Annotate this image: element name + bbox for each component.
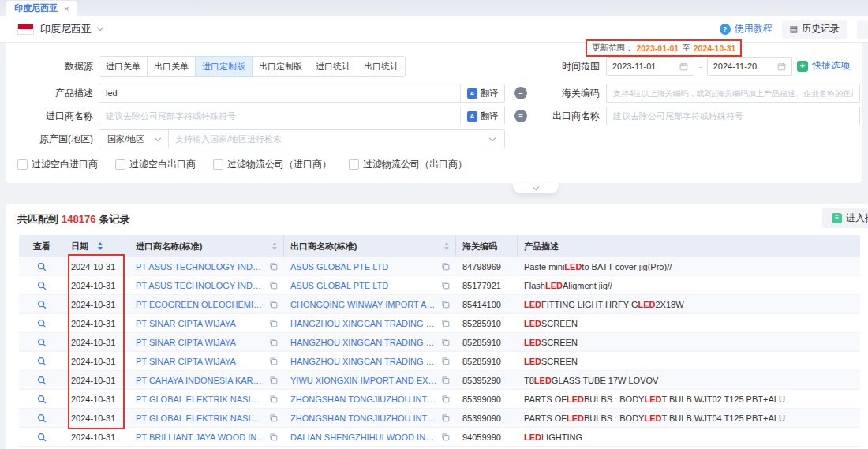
header-actions: ? 使用教程 ▤ 历史记录 ★ xyxy=(720,20,868,39)
importer-link[interactable]: PT ASUS TECHNOLOGY INDONESIA BA... xyxy=(136,281,266,290)
exporter-input[interactable] xyxy=(606,107,860,125)
translate-button[interactable]: A 翻译 xyxy=(460,84,504,102)
datasource-tab[interactable]: 进口定制版 xyxy=(195,56,253,77)
copy-icon[interactable] xyxy=(441,376,450,384)
datasource-tab[interactable]: 出口定制版 xyxy=(252,56,309,77)
view-icon[interactable] xyxy=(37,432,47,442)
sort-icon[interactable] xyxy=(444,242,449,250)
exporter-link[interactable]: DALIAN SHENGZHIHUI WOOD INDUST... xyxy=(290,432,438,442)
checkbox-icon[interactable] xyxy=(17,159,28,170)
copy-icon[interactable] xyxy=(441,300,450,309)
checkbox-icon[interactable] xyxy=(115,159,125,170)
copy-icon[interactable] xyxy=(441,432,450,441)
view-icon[interactable] xyxy=(37,413,47,423)
copy-icon[interactable] xyxy=(441,338,450,346)
origin-country-select[interactable]: 国家/地区 xyxy=(99,130,169,148)
chevron-down-icon[interactable] xyxy=(97,24,103,31)
sort-icon[interactable] xyxy=(272,242,277,250)
copy-icon[interactable] xyxy=(269,432,278,441)
checkbox-icon[interactable] xyxy=(349,159,359,170)
datasource-tab[interactable]: 进口关单 xyxy=(99,56,148,77)
exporter-link[interactable]: HANGZHOU XINGCAN TRADING CO LTD xyxy=(290,319,438,328)
copy-icon[interactable] xyxy=(269,300,278,309)
importer-link[interactable]: PT ECOGREEN OLEOCHEMICALS xyxy=(136,300,266,309)
collapse-panel-tab[interactable] xyxy=(513,183,559,193)
importer-link[interactable]: PT GLOBAL ELEKTRIK NASIONAL xyxy=(136,395,266,404)
filter-checkbox[interactable]: 过滤物流公司（出口商） xyxy=(349,158,467,171)
datasource-tab[interactable]: 进口统计 xyxy=(309,56,357,77)
favorite-button[interactable]: ★ xyxy=(857,20,868,39)
filter-checkbox[interactable]: 过滤空白进口商 xyxy=(17,158,98,171)
exporter-link[interactable]: ASUS GLOBAL PTE LTD xyxy=(290,262,388,271)
copy-icon[interactable] xyxy=(269,395,278,403)
view-icon[interactable] xyxy=(37,376,47,385)
importer-link[interactable]: PT SINAR CIPTA WIJAYA xyxy=(136,338,236,347)
result-count: 148176 xyxy=(62,213,95,225)
view-icon[interactable] xyxy=(37,300,47,309)
exporter-link[interactable]: CHONGQING WINWAY IMPORT AND E... xyxy=(290,300,438,309)
copy-icon[interactable] xyxy=(269,338,278,346)
history-button[interactable]: ▤ 历史记录 xyxy=(782,20,847,39)
column-header-label: 产品描述 xyxy=(524,241,559,253)
copy-icon[interactable] xyxy=(441,262,450,271)
importer-cell: PT SINAR CIPTA WIJAYA xyxy=(129,333,284,351)
copy-icon[interactable] xyxy=(269,281,278,290)
exporter-link[interactable]: HANGZHOU XINGCAN TRADING CO LTD xyxy=(290,357,438,366)
translate-button[interactable]: A 翻译 xyxy=(460,107,504,125)
exporter-link[interactable]: ZHONGSHAN TONGJIUZHOU INTERNA... xyxy=(290,395,438,404)
importer-link[interactable]: PT SINAR CIPTA WIJAYA xyxy=(136,357,236,366)
exporter-link[interactable]: ASUS GLOBAL PTE LTD xyxy=(290,281,388,290)
datasource-tab[interactable]: 出口关单 xyxy=(147,56,196,77)
importer-link[interactable]: PT GLOBAL ELEKTRIK NASIONAL xyxy=(136,413,266,423)
page-tab[interactable]: 印度尼西亚 × xyxy=(6,1,77,16)
copy-icon[interactable] xyxy=(269,376,278,384)
view-icon[interactable] xyxy=(37,395,47,404)
copy-icon[interactable] xyxy=(441,413,450,422)
description-cell: PARTS OF LED BULBS : BODY LED T BULB WJT… xyxy=(518,409,860,427)
exporter-link[interactable]: YIWU XIONGXIN IMPORT AND EXPORT... xyxy=(290,376,438,385)
product-input[interactable] xyxy=(99,88,460,98)
column-header[interactable]: 出口商名称(标准) xyxy=(284,235,456,257)
results-panel: 共匹配到148176条记录 ≡ 进入报告 查看日期进口商名称(标准)出口商名称(… xyxy=(6,204,868,449)
view-icon[interactable] xyxy=(37,319,47,328)
hs-code-cell: 85285910 xyxy=(456,333,518,351)
importer-link[interactable]: PT SINAR CIPTA WIJAYA xyxy=(136,319,236,328)
enter-report-button[interactable]: ≡ 进入报告 xyxy=(822,208,868,228)
view-icon[interactable] xyxy=(37,357,47,366)
exporter-link[interactable]: ZHONGSHAN TONGJIUZHOU INTERNA... xyxy=(290,413,438,423)
view-icon[interactable] xyxy=(37,338,47,347)
tutorial-link[interactable]: ? 使用教程 xyxy=(720,22,773,36)
importer-input[interactable] xyxy=(99,111,460,121)
importer-link[interactable]: PT CAHAYA INDONESIA KARGO xyxy=(136,376,266,385)
copy-icon[interactable] xyxy=(441,281,450,290)
hs-code-cell: 85414100 xyxy=(456,295,518,313)
date-to-input[interactable]: 2024-11-20 xyxy=(707,57,792,76)
copy-icon[interactable] xyxy=(441,357,450,365)
importer-link[interactable]: PT BRILLIANT JAYA WOOD INDUSTRY xyxy=(136,432,266,442)
date-from-input[interactable]: 2023-11-01 xyxy=(606,57,694,76)
datasource-tab[interactable]: 出口统计 xyxy=(357,56,406,77)
country-selector-label[interactable]: 印度尼西亚 xyxy=(40,22,92,36)
date-cell: 2024-10-31 xyxy=(65,352,129,370)
column-header[interactable]: 日期 xyxy=(65,235,129,257)
copy-icon[interactable] xyxy=(269,357,278,365)
sort-icon[interactable] xyxy=(98,242,103,250)
chevron-down-icon[interactable] xyxy=(489,134,496,140)
copy-icon[interactable] xyxy=(269,319,278,327)
origin-search-input[interactable] xyxy=(169,134,490,144)
filter-checkbox[interactable]: 过滤空白出口商 xyxy=(115,158,196,171)
copy-icon[interactable] xyxy=(441,319,450,327)
hs-code-input[interactable] xyxy=(606,84,860,103)
view-icon[interactable] xyxy=(37,281,47,290)
close-icon[interactable]: × xyxy=(64,4,69,13)
copy-icon[interactable] xyxy=(269,262,278,271)
exporter-link[interactable]: HANGZHOU XINGCAN TRADING CO LTD xyxy=(290,338,438,347)
quick-options-link[interactable]: + 快捷选项 xyxy=(797,59,850,73)
column-header[interactable]: 进口商名称(标准) xyxy=(129,235,284,257)
checkbox-icon[interactable] xyxy=(213,159,223,170)
copy-icon[interactable] xyxy=(269,413,278,422)
copy-icon[interactable] xyxy=(441,395,450,403)
filter-checkbox[interactable]: 过滤物流公司（进口商） xyxy=(213,158,331,171)
importer-link[interactable]: PT ASUS TECHNOLOGY INDONESIA BA... xyxy=(136,262,266,271)
view-icon[interactable] xyxy=(37,262,47,271)
